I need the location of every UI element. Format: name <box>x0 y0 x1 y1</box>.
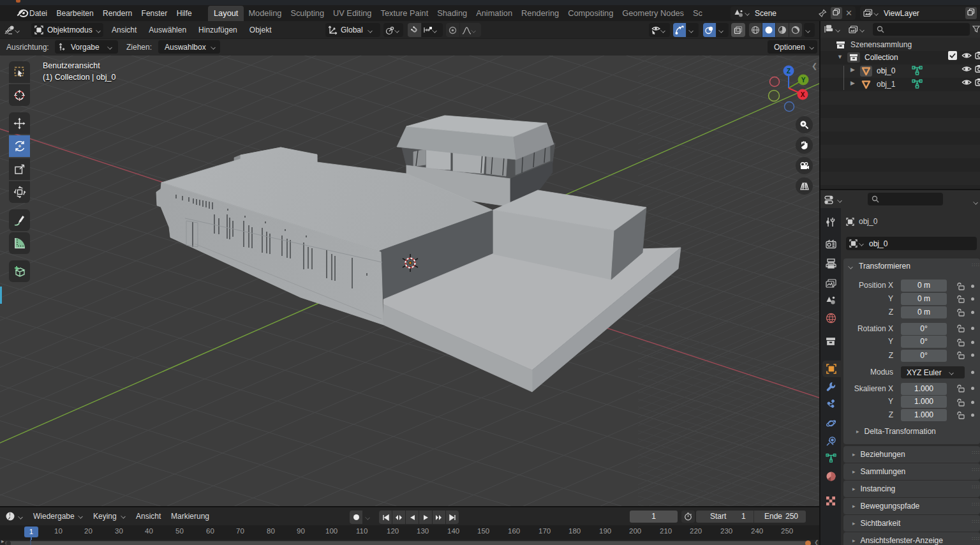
svg-text:Z: Z <box>787 68 791 75</box>
svg-text:Y: Y <box>801 77 806 84</box>
svg-text:X: X <box>801 91 805 98</box>
